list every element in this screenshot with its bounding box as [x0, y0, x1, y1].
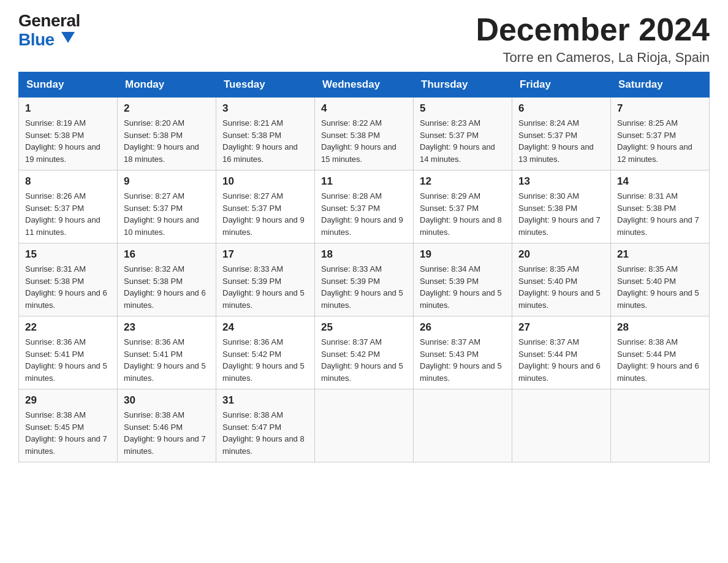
calendar-cell: 11Sunrise: 8:28 AMSunset: 5:37 PMDayligh…: [315, 170, 414, 243]
logo-blue-text: Blue: [18, 29, 80, 48]
day-number: 9: [124, 175, 210, 188]
day-number: 4: [321, 102, 407, 115]
day-number: 24: [222, 321, 308, 334]
calendar-cell: 25Sunrise: 8:37 AMSunset: 5:42 PMDayligh…: [315, 316, 414, 389]
calendar-cell: 16Sunrise: 8:32 AMSunset: 5:38 PMDayligh…: [118, 243, 216, 316]
calendar-body: 1Sunrise: 8:19 AMSunset: 5:38 PMDaylight…: [19, 98, 710, 462]
calendar-table: SundayMondayTuesdayWednesdayThursdayFrid…: [18, 72, 710, 462]
day-number: 1: [25, 102, 111, 115]
day-number: 6: [518, 102, 604, 115]
logo-general-text: General: [18, 12, 80, 29]
day-info: Sunrise: 8:29 AMSunset: 5:37 PMDaylight:…: [420, 190, 506, 238]
day-info: Sunrise: 8:28 AMSunset: 5:37 PMDaylight:…: [321, 190, 407, 238]
calendar-cell: 3Sunrise: 8:21 AMSunset: 5:38 PMDaylight…: [216, 98, 315, 170]
svg-marker-0: [61, 32, 75, 43]
calendar-cell: 22Sunrise: 8:36 AMSunset: 5:41 PMDayligh…: [19, 316, 118, 389]
day-number: 10: [222, 175, 308, 188]
day-number: 25: [321, 321, 407, 334]
day-number: 20: [518, 248, 604, 261]
day-info: Sunrise: 8:34 AMSunset: 5:39 PMDaylight:…: [420, 263, 506, 311]
day-info: Sunrise: 8:21 AMSunset: 5:38 PMDaylight:…: [222, 117, 308, 165]
day-of-week-header: Wednesday: [315, 72, 414, 98]
day-info: Sunrise: 8:35 AMSunset: 5:40 PMDaylight:…: [617, 263, 703, 311]
day-of-week-header: Monday: [118, 72, 216, 98]
day-number: 19: [420, 248, 506, 261]
day-info: Sunrise: 8:27 AMSunset: 5:37 PMDaylight:…: [222, 190, 308, 238]
calendar-cell: 30Sunrise: 8:38 AMSunset: 5:46 PMDayligh…: [118, 389, 216, 462]
day-number: 22: [25, 321, 111, 334]
day-info: Sunrise: 8:30 AMSunset: 5:38 PMDaylight:…: [518, 190, 604, 238]
day-info: Sunrise: 8:25 AMSunset: 5:37 PMDaylight:…: [617, 117, 703, 165]
calendar-cell: [414, 389, 512, 462]
calendar-week-row: 22Sunrise: 8:36 AMSunset: 5:41 PMDayligh…: [19, 316, 710, 389]
page-title: December 2024: [476, 12, 710, 47]
day-number: 30: [124, 394, 210, 407]
calendar-header: SundayMondayTuesdayWednesdayThursdayFrid…: [19, 72, 710, 98]
day-info: Sunrise: 8:37 AMSunset: 5:44 PMDaylight:…: [518, 336, 604, 384]
calendar-cell: [512, 389, 611, 462]
calendar-cell: 6Sunrise: 8:24 AMSunset: 5:37 PMDaylight…: [512, 98, 611, 170]
calendar-cell: 17Sunrise: 8:33 AMSunset: 5:39 PMDayligh…: [216, 243, 315, 316]
calendar-week-row: 1Sunrise: 8:19 AMSunset: 5:38 PMDaylight…: [19, 98, 710, 170]
day-number: 3: [222, 102, 308, 115]
day-number: 27: [518, 321, 604, 334]
day-info: Sunrise: 8:38 AMSunset: 5:46 PMDaylight:…: [124, 409, 210, 457]
day-number: 16: [124, 248, 210, 261]
page-subtitle: Torre en Cameros, La Rioja, Spain: [476, 50, 710, 66]
day-info: Sunrise: 8:37 AMSunset: 5:42 PMDaylight:…: [321, 336, 407, 384]
day-number: 14: [617, 175, 703, 188]
calendar-cell: 28Sunrise: 8:38 AMSunset: 5:44 PMDayligh…: [611, 316, 710, 389]
calendar-cell: 21Sunrise: 8:35 AMSunset: 5:40 PMDayligh…: [611, 243, 710, 316]
calendar-cell: 10Sunrise: 8:27 AMSunset: 5:37 PMDayligh…: [216, 170, 315, 243]
logo-triangle-icon: [61, 32, 75, 45]
day-of-week-header: Sunday: [19, 72, 118, 98]
calendar-cell: 24Sunrise: 8:36 AMSunset: 5:42 PMDayligh…: [216, 316, 315, 389]
day-info: Sunrise: 8:36 AMSunset: 5:41 PMDaylight:…: [25, 336, 111, 384]
calendar-cell: 20Sunrise: 8:35 AMSunset: 5:40 PMDayligh…: [512, 243, 611, 316]
calendar-week-row: 29Sunrise: 8:38 AMSunset: 5:45 PMDayligh…: [19, 389, 710, 462]
calendar-week-row: 15Sunrise: 8:31 AMSunset: 5:38 PMDayligh…: [19, 243, 710, 316]
day-info: Sunrise: 8:31 AMSunset: 5:38 PMDaylight:…: [25, 263, 111, 311]
logo-name: General Blue: [18, 12, 80, 48]
day-number: 2: [124, 102, 210, 115]
day-number: 21: [617, 248, 703, 261]
day-of-week-header: Friday: [512, 72, 611, 98]
day-number: 11: [321, 175, 407, 188]
calendar-cell: 27Sunrise: 8:37 AMSunset: 5:44 PMDayligh…: [512, 316, 611, 389]
calendar-cell: 14Sunrise: 8:31 AMSunset: 5:38 PMDayligh…: [611, 170, 710, 243]
day-number: 13: [518, 175, 604, 188]
calendar-cell: [611, 389, 710, 462]
calendar-cell: 18Sunrise: 8:33 AMSunset: 5:39 PMDayligh…: [315, 243, 414, 316]
day-info: Sunrise: 8:19 AMSunset: 5:38 PMDaylight:…: [25, 117, 111, 165]
day-info: Sunrise: 8:33 AMSunset: 5:39 PMDaylight:…: [222, 263, 308, 311]
calendar-week-row: 8Sunrise: 8:26 AMSunset: 5:37 PMDaylight…: [19, 170, 710, 243]
days-of-week-row: SundayMondayTuesdayWednesdayThursdayFrid…: [19, 72, 710, 98]
calendar-cell: 8Sunrise: 8:26 AMSunset: 5:37 PMDaylight…: [19, 170, 118, 243]
calendar-cell: 4Sunrise: 8:22 AMSunset: 5:38 PMDaylight…: [315, 98, 414, 170]
day-number: 28: [617, 321, 703, 334]
day-number: 8: [25, 175, 111, 188]
day-info: Sunrise: 8:24 AMSunset: 5:37 PMDaylight:…: [518, 117, 604, 165]
calendar-cell: 5Sunrise: 8:23 AMSunset: 5:37 PMDaylight…: [414, 98, 512, 170]
calendar-cell: 7Sunrise: 8:25 AMSunset: 5:37 PMDaylight…: [611, 98, 710, 170]
calendar-cell: 19Sunrise: 8:34 AMSunset: 5:39 PMDayligh…: [414, 243, 512, 316]
calendar-cell: 23Sunrise: 8:36 AMSunset: 5:41 PMDayligh…: [118, 316, 216, 389]
calendar-cell: 9Sunrise: 8:27 AMSunset: 5:37 PMDaylight…: [118, 170, 216, 243]
logo: General Blue: [18, 12, 80, 48]
day-number: 15: [25, 248, 111, 261]
title-block: December 2024 Torre en Cameros, La Rioja…: [476, 12, 710, 66]
day-number: 12: [420, 175, 506, 188]
day-number: 5: [420, 102, 506, 115]
day-number: 17: [222, 248, 308, 261]
calendar-cell: 15Sunrise: 8:31 AMSunset: 5:38 PMDayligh…: [19, 243, 118, 316]
day-info: Sunrise: 8:33 AMSunset: 5:39 PMDaylight:…: [321, 263, 407, 311]
day-info: Sunrise: 8:31 AMSunset: 5:38 PMDaylight:…: [617, 190, 703, 238]
day-info: Sunrise: 8:38 AMSunset: 5:45 PMDaylight:…: [25, 409, 111, 457]
day-info: Sunrise: 8:23 AMSunset: 5:37 PMDaylight:…: [420, 117, 506, 165]
day-number: 23: [124, 321, 210, 334]
day-info: Sunrise: 8:26 AMSunset: 5:37 PMDaylight:…: [25, 190, 111, 238]
calendar-cell: 2Sunrise: 8:20 AMSunset: 5:38 PMDaylight…: [118, 98, 216, 170]
day-number: 29: [25, 394, 111, 407]
calendar-cell: 13Sunrise: 8:30 AMSunset: 5:38 PMDayligh…: [512, 170, 611, 243]
day-info: Sunrise: 8:38 AMSunset: 5:44 PMDaylight:…: [617, 336, 703, 384]
